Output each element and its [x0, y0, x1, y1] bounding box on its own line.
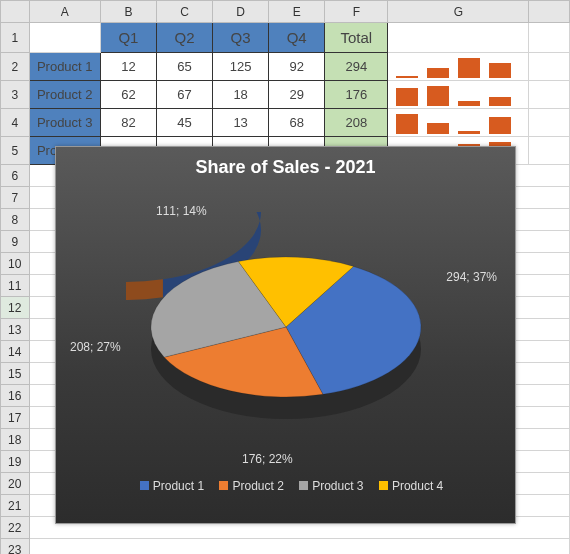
cell-C2[interactable]: 65 — [157, 53, 213, 81]
cell-B3[interactable]: 62 — [100, 81, 156, 109]
cell-F1[interactable]: Total — [325, 23, 388, 53]
row-header-16[interactable]: 16 — [1, 385, 30, 407]
data-label-p3: 208; 27% — [70, 340, 121, 354]
row-header-3[interactable]: 3 — [1, 81, 30, 109]
row-header-11[interactable]: 11 — [1, 275, 30, 297]
row-header-22[interactable]: 22 — [1, 517, 30, 539]
col-header-E[interactable]: E — [269, 1, 325, 23]
col-header-D[interactable]: D — [213, 1, 269, 23]
cell-A2[interactable]: Product 1 — [29, 53, 100, 81]
row-header-23[interactable]: 23 — [1, 539, 30, 555]
data-label-p2: 176; 22% — [242, 452, 293, 466]
cell-C4[interactable]: 45 — [157, 109, 213, 137]
cell-D4[interactable]: 13 — [213, 109, 269, 137]
row-header-15[interactable]: 15 — [1, 363, 30, 385]
row-header-13[interactable]: 13 — [1, 319, 30, 341]
row-header-12[interactable]: 12 — [1, 297, 30, 319]
cell-C3[interactable]: 67 — [157, 81, 213, 109]
row-header-14[interactable]: 14 — [1, 341, 30, 363]
cell-F3[interactable]: 176 — [325, 81, 388, 109]
cell-E3[interactable]: 29 — [269, 81, 325, 109]
chart-title: Share of Sales - 2021 — [56, 147, 515, 182]
chart-legend: Product 1 Product 2 Product 3 Product 4 — [56, 472, 515, 503]
legend-swatch-p1 — [140, 481, 149, 490]
cell-A3[interactable]: Product 2 — [29, 81, 100, 109]
cell-D2[interactable]: 125 — [213, 53, 269, 81]
row-header-9[interactable]: 9 — [1, 231, 30, 253]
cell-B1[interactable]: Q1 — [100, 23, 156, 53]
cell-E1[interactable]: Q4 — [269, 23, 325, 53]
col-header-A[interactable]: A — [29, 1, 100, 23]
cell-B2[interactable]: 12 — [100, 53, 156, 81]
row-header-4[interactable]: 4 — [1, 109, 30, 137]
cell-B4[interactable]: 82 — [100, 109, 156, 137]
legend-swatch-p3 — [299, 481, 308, 490]
cell-D3[interactable]: 18 — [213, 81, 269, 109]
sparkline-3[interactable] — [388, 109, 529, 137]
chart-plot-area[interactable]: 294; 37% 176; 22% 208; 27% 111; 14% — [56, 182, 515, 472]
cell-F2[interactable]: 294 — [325, 53, 388, 81]
cell-A4[interactable]: Product 3 — [29, 109, 100, 137]
legend-swatch-p2 — [219, 481, 228, 490]
pie-chart[interactable]: Share of Sales - 2021 294; 37% 176; 22% … — [55, 146, 516, 524]
col-header-C[interactable]: C — [157, 1, 213, 23]
row-header-6[interactable]: 6 — [1, 165, 30, 187]
cell-E4[interactable]: 68 — [269, 109, 325, 137]
col-header-G[interactable]: G — [388, 1, 529, 23]
row-header-7[interactable]: 7 — [1, 187, 30, 209]
data-label-p4: 111; 14% — [156, 204, 207, 218]
cell-F4[interactable]: 208 — [325, 109, 388, 137]
data-label-p1: 294; 37% — [446, 270, 497, 284]
sparkline-2[interactable] — [388, 81, 529, 109]
row-header-10[interactable]: 10 — [1, 253, 30, 275]
row-header-17[interactable]: 17 — [1, 407, 30, 429]
cell-E2[interactable]: 92 — [269, 53, 325, 81]
col-header-B[interactable]: B — [100, 1, 156, 23]
sparkline-1[interactable] — [388, 53, 529, 81]
row-header-8[interactable]: 8 — [1, 209, 30, 231]
legend-label-p1: Product 1 — [153, 479, 204, 493]
cell-A1[interactable] — [29, 23, 100, 53]
cell-C1[interactable]: Q2 — [157, 23, 213, 53]
row-header-20[interactable]: 20 — [1, 473, 30, 495]
row-header-5[interactable]: 5 — [1, 137, 30, 165]
legend-swatch-p4 — [379, 481, 388, 490]
cell-G1[interactable] — [388, 23, 529, 53]
select-all-corner[interactable] — [1, 1, 30, 23]
col-header-F[interactable]: F — [325, 1, 388, 23]
legend-label-p4: Product 4 — [392, 479, 443, 493]
col-header-extra[interactable] — [529, 1, 570, 23]
row-header-19[interactable]: 19 — [1, 451, 30, 473]
row-header-18[interactable]: 18 — [1, 429, 30, 451]
cell-D1[interactable]: Q3 — [213, 23, 269, 53]
row-header-2[interactable]: 2 — [1, 53, 30, 81]
row-header-1[interactable]: 1 — [1, 23, 30, 53]
pie-svg — [126, 212, 446, 442]
row-header-21[interactable]: 21 — [1, 495, 30, 517]
legend-label-p2: Product 2 — [232, 479, 283, 493]
legend-label-p3: Product 3 — [312, 479, 363, 493]
